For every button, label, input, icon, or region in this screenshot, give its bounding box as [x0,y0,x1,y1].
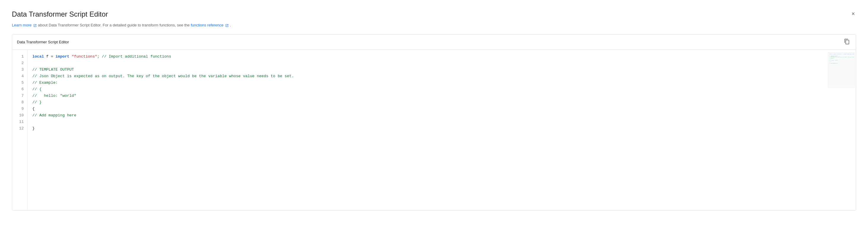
line-num-11: 11 [12,119,27,125]
minimap: local f = import "functions"; // Import … [828,52,855,88]
code-line-6: // { [32,86,851,93]
copy-button[interactable] [843,37,851,47]
line-num-5: 5 [12,80,27,86]
code-line-2 [32,60,851,66]
modal-title: Data Transformer Script Editor [12,9,108,19]
copy-icon [844,38,850,45]
editor-panel-title: Data Transformer Script Editor [17,40,69,44]
minimap-content: local f = import "functions"; // Import … [828,53,855,67]
line-num-9: 9 [12,106,27,112]
learn-more-label: Learn more [12,23,31,27]
editor-panel: Data Transformer Script Editor 1 2 3 4 5… [12,34,856,210]
modal-container: Data Transformer Script Editor × Learn m… [0,0,868,220]
editor-panel-header: Data Transformer Script Editor [12,34,856,50]
line-numbers: 1 2 3 4 5 6 7 8 9 10 11 12 [12,50,28,210]
code-line-12: } [32,125,851,132]
description-text-end: . [230,23,231,27]
code-line-9: { [32,106,851,112]
line-num-2: 2 [12,60,27,66]
description-line: Learn more about Data Transformer Script… [12,22,856,28]
code-line-10: // Add mapping here [32,112,851,119]
code-line-8: // } [32,99,851,106]
code-line-3: // TEMPLATE OUTPUT [32,66,851,73]
code-line-4: // Json Object is expected as on output.… [32,73,851,80]
description-text-middle: about Data Transformer Script Editor. Fo… [38,23,191,27]
line-num-8: 8 [12,99,27,106]
editor-body: 1 2 3 4 5 6 7 8 9 10 11 12 local f = imp… [12,50,856,210]
functions-reference-link[interactable]: functions reference [191,23,230,27]
external-link-icon-2 [225,24,229,27]
code-line-11 [32,119,851,125]
learn-more-link[interactable]: Learn more [12,23,38,27]
code-line-7: // hello: "world" [32,93,851,99]
code-line-1: local f = import "functions"; // Import … [32,53,851,60]
line-num-4: 4 [12,73,27,80]
line-num-10: 10 [12,112,27,119]
functions-ref-label: functions reference [191,23,224,27]
line-num-1: 1 [12,53,27,60]
line-num-3: 3 [12,66,27,73]
code-line-5: // Example: [32,80,851,86]
line-num-6: 6 [12,86,27,93]
close-button[interactable]: × [850,9,856,18]
code-editor[interactable]: local f = import "functions"; // Import … [28,50,856,210]
external-link-icon [33,24,37,27]
line-num-7: 7 [12,93,27,99]
modal-header: Data Transformer Script Editor × [12,9,856,19]
line-num-12: 12 [12,125,27,132]
